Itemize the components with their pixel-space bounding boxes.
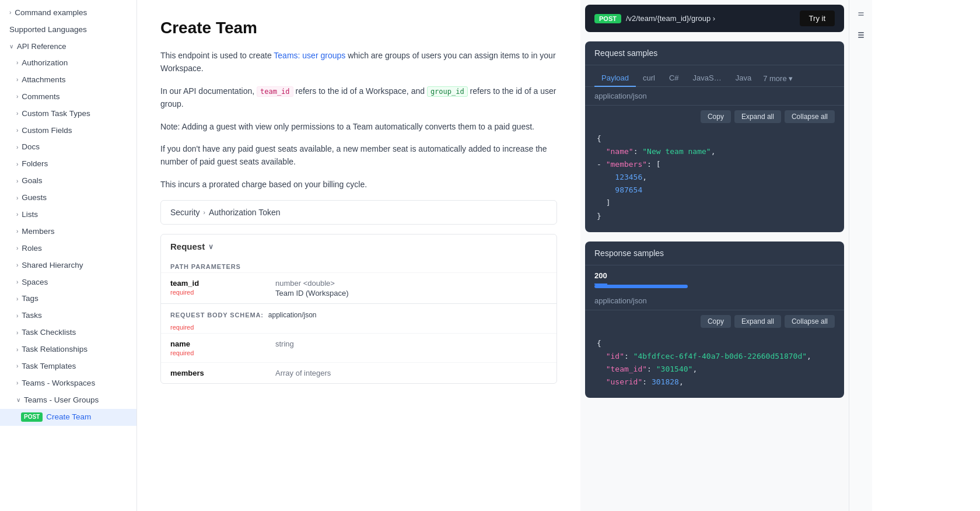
sidebar-item-label: Command examples	[15, 8, 87, 19]
sidebar-item-api-reference[interactable]: ∨ API Reference	[0, 38, 136, 55]
param-name-col: name required	[170, 340, 275, 356]
sidebar-item-command-examples[interactable]: › Command examples	[0, 5, 136, 22]
code-line: {	[597, 132, 832, 145]
collapse-all-response-button[interactable]: Collapse all	[785, 315, 835, 328]
body-param-members: members Array of integers	[161, 362, 556, 383]
security-header[interactable]: Security › Authorization Token	[161, 201, 556, 224]
sidebar-item-folders[interactable]: › Folders	[0, 156, 136, 173]
tab-curl[interactable]: curl	[636, 70, 662, 87]
chevron-right-icon: ›	[16, 160, 18, 169]
code-line: "userid": 301828,	[597, 376, 832, 388]
sidebar-item-shared-hierarchy[interactable]: › Shared Hierarchy	[0, 257, 136, 274]
tab-csharp[interactable]: C#	[662, 70, 686, 87]
tab-javascript[interactable]: JavaS…	[686, 70, 729, 87]
sidebar-item-roles[interactable]: › Roles	[0, 240, 136, 257]
param-name: name	[170, 340, 275, 348]
sidebar-item-docs[interactable]: › Docs	[0, 139, 136, 156]
code-line: ]	[597, 197, 832, 209]
param-description: Team ID (Workspace)	[275, 289, 547, 298]
sidebar-item-teams-workspaces[interactable]: › Teams - Workspaces	[0, 375, 136, 392]
sidebar-item-post-create-team[interactable]: POST Create Team	[0, 409, 136, 426]
response-samples-label: Response samples	[594, 249, 664, 258]
chevron-right-icon: ›	[16, 244, 18, 253]
chevron-right-icon: ›	[16, 194, 18, 202]
sidebar-item-label: Custom Task Types	[22, 108, 90, 120]
try-it-button[interactable]: Try it	[800, 10, 835, 26]
sidebar-item-label: Guests	[22, 192, 47, 204]
sidebar-item-guests[interactable]: › Guests	[0, 190, 136, 206]
code-line: - "members": [	[597, 158, 832, 171]
sidebar-item-label: Shared Hierarchy	[22, 260, 83, 271]
sidebar-item-members[interactable]: › Members	[0, 223, 136, 240]
request-header[interactable]: Request ∨	[161, 235, 556, 258]
copy-request-button[interactable]: Copy	[701, 110, 731, 123]
teams-user-groups-link[interactable]: Teams: user groups	[274, 51, 345, 60]
svg-rect-1	[858, 34, 864, 36]
expand-all-request-button[interactable]: Expand all	[734, 110, 781, 123]
main-content: Create Team This endpoint is used to cre…	[137, 0, 580, 511]
description-1: This endpoint is used to create Teams: u…	[160, 49, 557, 75]
sidebar-item-label: Teams - Workspaces	[22, 378, 95, 389]
sidebar-item-custom-fields[interactable]: › Custom Fields	[0, 123, 136, 139]
expand-icon[interactable]	[852, 5, 870, 23]
sidebar-item-tasks[interactable]: › Tasks	[0, 307, 136, 324]
path-params-label: PATH PARAMETERS	[161, 258, 556, 272]
sidebar-item-label: Folders	[22, 159, 48, 170]
param-name-col: members	[170, 369, 275, 377]
chevron-right-icon: ›	[16, 144, 18, 152]
sidebar-item-goals[interactable]: › Goals	[0, 173, 136, 190]
param-type-col: Array of integers	[275, 369, 547, 377]
auth-token-label: Authorization Token	[209, 208, 281, 217]
tab-payload[interactable]: Payload	[594, 70, 636, 87]
post-method-badge: POST	[21, 412, 43, 422]
security-label: Security	[170, 208, 200, 217]
sidebar-item-task-relationships[interactable]: › Task Relationships	[0, 341, 136, 358]
sidebar-item-label: Task Relationships	[22, 344, 88, 355]
body-param-name: name required string	[161, 333, 556, 362]
sidebar-item-label: Tags	[22, 293, 38, 304]
sidebar-item-tags[interactable]: › Tags	[0, 290, 136, 307]
chevron-down-icon: ∨	[9, 43, 13, 51]
svg-rect-2	[858, 37, 864, 38]
sidebar-item-task-templates[interactable]: › Task Templates	[0, 358, 136, 375]
expand-all-response-button[interactable]: Expand all	[734, 315, 781, 328]
chevron-right-icon: ›	[16, 76, 18, 84]
request-samples-card: Request samples Payload curl C# JavaS… J…	[585, 41, 844, 232]
chevron-right-icon: ›	[16, 362, 18, 370]
sidebar-item-label: Comments	[22, 92, 60, 103]
sidebar-item-label: Task Templates	[22, 361, 76, 372]
code-line: "id": "4bfdfcec-6f4f-40a7-b0d6-22660d518…	[597, 350, 832, 363]
tab-more[interactable]: 7 more ▾	[758, 71, 797, 86]
sidebar-item-teams-user-groups[interactable]: ∨ Teams - User Groups	[0, 392, 136, 409]
chevron-right-icon: ›	[16, 127, 18, 135]
sidebar-item-label: Teams - User Groups	[24, 395, 99, 406]
sidebar-item-authorization[interactable]: › Authorization	[0, 55, 136, 72]
chevron-right-icon: ›	[16, 261, 18, 270]
tab-java[interactable]: Java	[729, 70, 758, 87]
sidebar-item-label: Authorization	[22, 58, 68, 69]
sidebar-item-spaces[interactable]: › Spaces	[0, 274, 136, 291]
chevron-right-icon: ›	[16, 110, 18, 118]
code-line: "name": "New team name",	[597, 145, 832, 158]
sidebar-item-comments[interactable]: › Comments	[0, 89, 136, 106]
chevron-right-icon: ›	[9, 9, 11, 17]
request-body-label: REQUEST BODY SCHEMA: application/json	[161, 303, 556, 321]
chevron-down-icon: ∨	[16, 396, 20, 404]
tab-200[interactable]: 200	[594, 268, 607, 285]
sidebar-item-lists[interactable]: › Lists	[0, 206, 136, 223]
chevron-right-icon: ›	[16, 295, 18, 303]
group-id-code: group_id	[427, 86, 468, 97]
list-icon[interactable]	[852, 26, 870, 44]
copy-response-button[interactable]: Copy	[701, 315, 731, 328]
sidebar-item-supported-languages[interactable]: Supported Languages	[0, 22, 136, 38]
collapse-all-request-button[interactable]: Collapse all	[785, 110, 835, 123]
sidebar-item-label: API Reference	[17, 41, 66, 52]
sidebar: › Command examples Supported Languages ∨…	[0, 0, 137, 511]
endpoint-path: /v2/team/{team_id}/group ›	[626, 14, 795, 23]
sidebar-item-custom-task-types[interactable]: › Custom Task Types	[0, 106, 136, 123]
sidebar-item-attachments[interactable]: › Attachments	[0, 72, 136, 89]
response-progress-bar	[594, 285, 688, 288]
sidebar-item-label: Task Checklists	[22, 327, 76, 338]
sidebar-item-task-checklists[interactable]: › Task Checklists	[0, 324, 136, 341]
param-type: Array of integers	[275, 369, 547, 377]
